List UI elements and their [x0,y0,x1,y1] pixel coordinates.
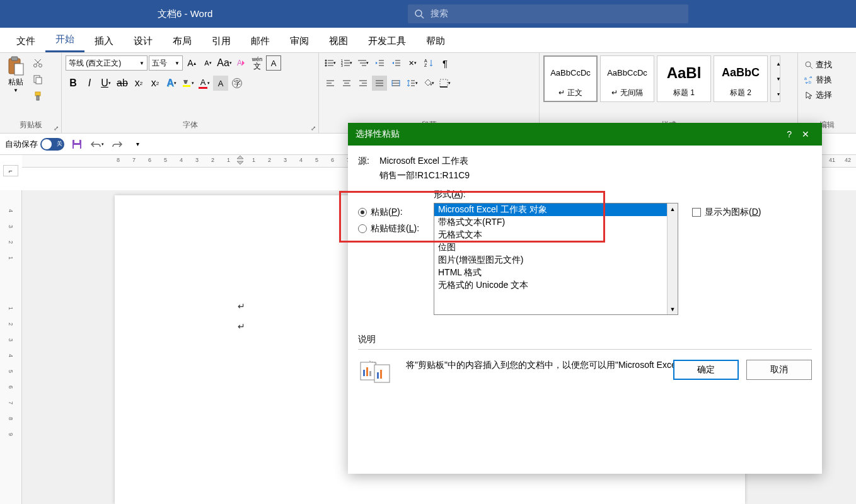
paste-link-radio[interactable]: 粘贴链接(L): [358,223,427,234]
group-clipboard: 粘贴 ▼ 剪贴板 ⤢ [0,53,62,133]
styles-more[interactable]: ▾ [771,86,786,101]
tab-design[interactable]: 设计 [124,30,163,52]
clipboard-launcher[interactable]: ⤢ [54,125,59,132]
font-color-button[interactable]: A▾ [197,76,212,91]
format-listbox[interactable]: Microsoft Excel 工作表 对象 带格式文本(RTF) 无格式文本 … [434,203,678,315]
paste-radio[interactable]: 粘贴(P): [358,207,427,218]
list-item[interactable]: 无格式的 Unicode 文本 [434,279,678,292]
tab-layout[interactable]: 布局 [163,30,202,52]
cursor-icon [804,91,813,100]
autosave-toggle[interactable]: 自动保存 关 [5,138,64,151]
increase-indent-button[interactable] [388,55,403,71]
format-painter-button[interactable] [30,88,45,103]
font-name-combo[interactable]: 等线 (西文正文)▼ [66,55,147,71]
enclose-char-button[interactable]: 字 [229,76,245,91]
listbox-scrollbar[interactable]: ▲▼ [667,203,678,314]
undo-button[interactable]: ▾ [90,137,105,152]
change-case-button[interactable]: Aa▾ [217,55,232,71]
grow-font-button[interactable]: A▴ [184,55,199,71]
shading-button[interactable]: ▾ [421,76,436,91]
multilevel-button[interactable]: ▾ [356,55,371,71]
decrease-indent-button[interactable] [372,55,387,71]
highlight-button[interactable]: ▾ [180,76,195,91]
svg-rect-74 [380,370,382,379]
qat-more-button[interactable]: ▾ [130,137,145,152]
subscript-button[interactable]: x2 [131,76,146,91]
list-item[interactable]: 位图 [434,241,678,254]
replace-button[interactable]: ab替换 [804,73,850,87]
align-left-button[interactable] [323,76,338,91]
bold-button[interactable]: B [66,76,81,91]
text-effects-button[interactable]: A▾ [164,76,179,91]
cancel-button[interactable]: 取消 [746,360,812,380]
show-marks-button[interactable]: ¶ [437,55,453,71]
tab-view[interactable]: 视图 [319,30,358,52]
distribute-button[interactable] [388,76,403,91]
tab-help[interactable]: 帮助 [416,30,455,52]
align-right-button[interactable] [356,76,371,91]
list-item[interactable]: 图片(增强型图元文件) [434,254,678,266]
phonetic-button[interactable]: wén文 [250,55,265,71]
paragraph-mark-icon: ↵↵ [238,301,245,331]
ruler-mark: 1 [252,157,255,163]
font-size-combo[interactable]: 五号▼ [149,55,183,71]
search-icon [804,60,813,69]
tab-developer[interactable]: 开发工具 [358,30,416,52]
shrink-font-button[interactable]: A▾ [200,55,216,71]
tab-references[interactable]: 引用 [202,30,241,52]
line-spacing-button[interactable]: ▾ [405,76,420,91]
vertical-ruler[interactable]: 4 3 2 1 1 2 3 4 5 6 7 8 9 [0,190,22,504]
copy-button[interactable] [30,72,45,87]
copy-icon [33,74,43,84]
styles-up[interactable]: ▲ [771,56,786,71]
tab-review[interactable]: 审阅 [280,30,319,52]
paste-button[interactable]: 粘贴 ▼ [4,55,28,120]
style-normal[interactable]: AaBbCcDc↵ 正文 [543,55,598,102]
ok-button[interactable]: 确定 [673,360,739,380]
superscript-button[interactable]: x2 [147,76,163,91]
style-nospacing[interactable]: AaBbCcDc↵ 无间隔 [600,55,654,102]
display-as-icon-checkbox[interactable]: 显示为图标(D) [692,207,761,218]
justify-button[interactable] [372,76,387,91]
asian-layout-button[interactable]: ✕▾ [405,55,420,71]
clear-format-button[interactable]: A [233,55,248,71]
search-box[interactable]: 搜索 [408,4,688,23]
strikethrough-button[interactable]: ab [115,76,130,91]
sort-button[interactable]: AZ [421,55,436,71]
redo-button[interactable] [110,137,125,152]
align-center-button[interactable] [339,76,354,91]
char-border-button[interactable]: A [266,55,281,71]
ruler-mark: 4 [299,157,303,163]
style-heading2[interactable]: AaBbC标题 2 [714,55,768,102]
italic-button[interactable]: I [82,76,97,91]
font-launcher[interactable]: ⤢ [311,125,316,132]
list-item[interactable]: 带格式文本(RTF) [434,216,678,229]
cut-button[interactable] [30,55,45,71]
tab-home[interactable]: 开始 [45,28,84,52]
style-heading1[interactable]: AaBl标题 1 [657,55,711,102]
find-button[interactable]: 查找 [804,58,850,72]
dialog-help-button[interactable]: ? [782,129,797,139]
tab-insert[interactable]: 插入 [84,30,124,52]
indent-marker-icon[interactable] [236,155,244,168]
underline-button[interactable]: U▾ [98,76,113,91]
styles-down[interactable]: ▼ [771,71,786,86]
tab-file[interactable]: 文件 [6,30,45,52]
ruler-mark: 3 [8,225,14,228]
scroll-down-icon[interactable]: ▼ [668,304,678,314]
scroll-up-icon[interactable]: ▲ [668,203,678,214]
char-shading-button[interactable]: A [213,76,228,91]
list-item[interactable]: HTML 格式 [434,266,678,279]
tab-mailings[interactable]: 邮件 [241,30,280,52]
save-button[interactable] [69,137,84,152]
svg-line-7 [36,59,41,64]
tab-selector[interactable]: ⌐ [3,165,18,176]
autosave-label: 自动保存 [5,139,38,150]
borders-button[interactable]: ▾ [437,76,453,91]
dialog-close-button[interactable]: ✕ [797,129,814,139]
numbering-button[interactable]: 123▾ [339,55,354,71]
list-item[interactable]: Microsoft Excel 工作表 对象 [434,203,678,216]
select-button[interactable]: 选择 [804,88,850,102]
list-item[interactable]: 无格式文本 [434,229,678,241]
bullets-button[interactable]: ▾ [323,55,338,71]
